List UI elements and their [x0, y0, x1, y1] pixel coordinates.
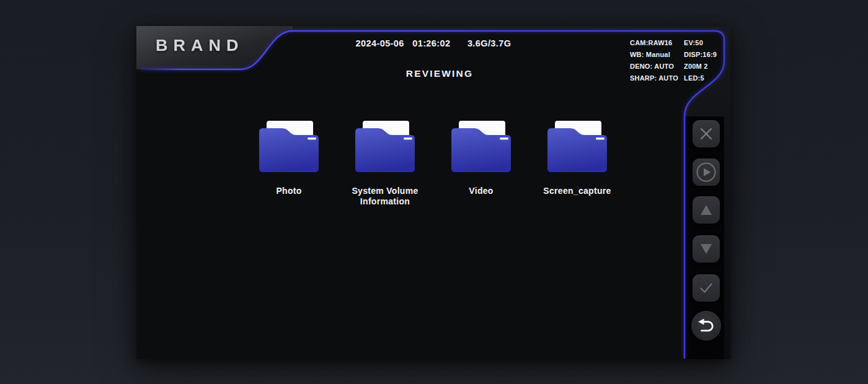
folder-icon — [355, 121, 415, 173]
status-date: 2024-05-06 — [356, 38, 404, 48]
setting-zoom: Z00M 2 — [684, 63, 717, 71]
check-icon — [699, 282, 714, 294]
storage-usage: 3.6G/3.7G — [467, 38, 512, 48]
arrow-up-icon — [699, 204, 713, 216]
folder-video[interactable]: Video — [435, 121, 528, 207]
setting-led: LED:5 — [684, 74, 717, 82]
confirm-button[interactable] — [693, 274, 720, 302]
device-screen: BRAND 2024-05-06 01:26:02 3.6G/3.7G REVI… — [136, 26, 730, 359]
return-icon — [697, 317, 715, 334]
play-icon — [696, 162, 717, 183]
settings-readout: CAM:RAW16 EV:50 WB: Manual DISP:16:9 DEN… — [630, 39, 717, 82]
folder-screen-capture[interactable]: Screen_capture — [531, 121, 624, 207]
folder-system-volume-information[interactable]: System Volume Information — [339, 121, 432, 207]
close-button[interactable] — [693, 120, 720, 147]
page-up-button[interactable] — [693, 196, 720, 224]
folder-label: Screen_capture — [543, 186, 611, 196]
arrow-down-icon — [699, 243, 713, 255]
back-button[interactable] — [691, 311, 721, 341]
folder-photo[interactable]: Photo — [242, 121, 335, 207]
close-icon — [699, 127, 713, 141]
folder-icon — [547, 121, 607, 173]
setting-ev: EV:50 — [684, 39, 717, 47]
screen-background: BRAND 2024-05-06 01:26:02 3.6G/3.7G REVI… — [0, 0, 868, 384]
folder-grid: Photo System Volume Information Video — [242, 121, 624, 207]
folder-icon — [259, 121, 319, 173]
page-down-button[interactable] — [693, 235, 720, 263]
folder-label: System Volume Information — [349, 186, 421, 207]
setting-disp: DISP:16:9 — [684, 51, 717, 59]
setting-cam: CAM:RAW16 — [630, 39, 684, 47]
setting-wb: WB: Manual — [630, 51, 684, 59]
folder-icon — [451, 121, 511, 173]
folder-label: Video — [469, 186, 493, 196]
status-time: 01:26:02 — [412, 38, 450, 48]
play-button[interactable] — [693, 159, 720, 186]
setting-sharp: SHARP: AUTO — [630, 74, 684, 82]
folder-label: Photo — [276, 186, 301, 196]
setting-deno: DENO: AUTO — [630, 63, 684, 71]
